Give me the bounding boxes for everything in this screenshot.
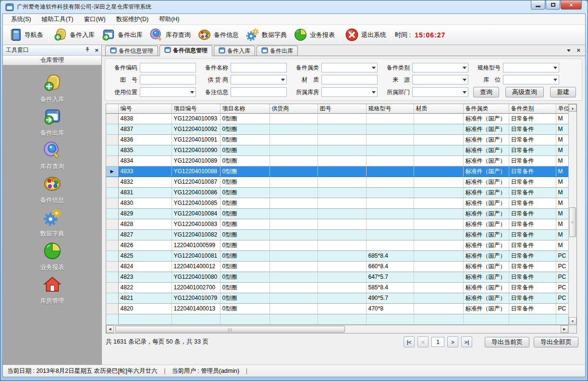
table-row[interactable]: 4832YG122040100870型圈标准件（国产）日常备件M: [106, 177, 568, 187]
tab-close-icon[interactable]: ×: [576, 48, 580, 53]
table-row[interactable]: 4829YG122040100840型圈标准件（国产）日常备件M: [106, 208, 568, 219]
scroll-left-icon[interactable]: ◀: [106, 325, 114, 333]
table-row[interactable]: 4827YG122040100820型圈标准件（国产）日常备件M: [106, 229, 568, 240]
row-header[interactable]: [106, 293, 118, 303]
row-header[interactable]: [106, 187, 118, 198]
chevron-down-icon[interactable]: [551, 63, 559, 72]
grid-col-header[interactable]: 备件类别: [509, 104, 556, 113]
minimize-button[interactable]: [531, 0, 545, 10]
grid-col-header[interactable]: 材质: [414, 104, 463, 113]
form-input[interactable]: [140, 63, 196, 72]
last-page-button[interactable]: >|: [461, 336, 472, 347]
chevron-down-icon[interactable]: [188, 88, 196, 96]
row-header[interactable]: [106, 250, 118, 261]
table-row[interactable]: 482212204010027000型圈585*8.4标准件（国产）日常备件PC: [106, 282, 568, 293]
close-button[interactable]: ×: [561, 0, 582, 10]
grid-col-header[interactable]: 规格型号: [366, 104, 414, 113]
advanced-search-button[interactable]: 高级查询: [505, 87, 544, 97]
grid-col-header[interactable]: 单位: [556, 104, 568, 113]
chevron-down-icon[interactable]: [370, 88, 377, 96]
chevron-down-icon[interactable]: [279, 75, 286, 84]
form-combo[interactable]: [140, 87, 196, 97]
table-row[interactable]: 4821YG122040100790型圈490*5.7标准件（国产）日常备件PC: [106, 293, 568, 303]
new-button[interactable]: 新建: [550, 87, 576, 97]
menu-aux-tools[interactable]: 辅助工具(T): [37, 14, 79, 25]
form-combo[interactable]: [321, 63, 378, 72]
horizontal-scroll-thumb[interactable]: |||: [115, 326, 345, 333]
scroll-down-icon[interactable]: ▼: [569, 317, 576, 325]
toolbar-exit-system[interactable]: 退出系统: [342, 26, 390, 44]
first-page-button[interactable]: |<: [404, 336, 415, 347]
grid-col-header[interactable]: 项目编号: [172, 104, 220, 113]
row-header[interactable]: [106, 177, 118, 187]
grid-corner-header[interactable]: [106, 104, 118, 113]
tab-parts-info-mgmt-1[interactable]: 备件信息管理: [105, 46, 158, 56]
grid-col-header[interactable]: 图号: [318, 104, 366, 113]
row-header[interactable]: [106, 272, 118, 282]
grid-col-header[interactable]: 备件属类: [463, 104, 509, 113]
row-header[interactable]: [106, 303, 118, 314]
form-combo[interactable]: [503, 63, 559, 72]
sidebar-group-header[interactable]: 仓库管理: [3, 56, 101, 65]
form-combo[interactable]: [412, 63, 468, 72]
sidebar-item-business-report[interactable]: 业务报表: [40, 241, 64, 275]
row-header[interactable]: [106, 208, 118, 219]
toolbar-data-dictionary[interactable]: 数据字典: [242, 26, 290, 44]
search-button[interactable]: 查询: [473, 87, 499, 97]
menu-data-maintenance[interactable]: 数据维护(D): [111, 14, 154, 25]
toolbar-parts-info[interactable]: 备件信息: [194, 26, 242, 44]
chevron-down-icon[interactable]: [461, 75, 468, 84]
tab-parts-info-mgmt-2[interactable]: 备件信息管理: [159, 45, 212, 56]
row-header[interactable]: ▶: [106, 166, 118, 177]
table-row[interactable]: 4838YG122040100930型圈标准件（国产）日常备件M: [106, 113, 568, 124]
table-row[interactable]: 4836YG122040100910型圈标准件（国产）日常备件M: [106, 134, 568, 145]
table-row[interactable]: ▶4833YG122040100880型圈标准件（国产）日常备件M: [106, 166, 568, 177]
chevron-down-icon[interactable]: [551, 75, 559, 84]
toolbar-business-report[interactable]: 业务报表: [290, 26, 338, 44]
menu-window[interactable]: 窗口(W): [79, 14, 111, 25]
row-header[interactable]: [106, 198, 118, 208]
form-combo[interactable]: [321, 87, 378, 97]
row-header[interactable]: [106, 229, 118, 240]
row-header[interactable]: [106, 219, 118, 229]
form-input[interactable]: [231, 87, 287, 97]
row-header[interactable]: [106, 113, 118, 124]
table-row[interactable]: 4825YG122040100810型圈685*8.4标准件（国产）日常备件PC: [106, 250, 568, 261]
table-row[interactable]: 4831YG122040100860型圈标准件（国产）日常备件M: [106, 187, 568, 198]
sidebar-item-parts-outbound[interactable]: 备件出库: [40, 107, 64, 141]
row-header[interactable]: [106, 145, 118, 155]
row-header[interactable]: [106, 282, 118, 293]
maximize-button[interactable]: [546, 0, 560, 10]
table-row[interactable]: 482612204010005990型圈标准件（国产）日常备件M: [106, 240, 568, 250]
row-header[interactable]: [106, 240, 118, 250]
sidebar-item-parts-inbound[interactable]: 备件入库: [40, 73, 64, 107]
vertical-scrollbar[interactable]: ▲ ≡ ▼: [568, 104, 576, 325]
form-combo[interactable]: [412, 75, 468, 84]
scroll-up-icon[interactable]: ▲: [569, 104, 576, 112]
page-number-input[interactable]: [431, 337, 444, 347]
form-combo[interactable]: [503, 75, 559, 84]
table-row[interactable]: 4835YG122040100900型圈标准件（国产）日常备件M: [106, 145, 568, 155]
form-combo[interactable]: [231, 75, 287, 84]
menu-help[interactable]: 帮助(H): [154, 14, 184, 25]
tab-parts-outbound[interactable]: 备件出库: [257, 46, 298, 56]
export-all-pages-button[interactable]: 导出全部页: [534, 337, 578, 347]
panel-close-icon[interactable]: ×: [95, 48, 98, 53]
toolbar-parts-outbound[interactable]: 备件出库: [98, 26, 146, 44]
scroll-right-icon[interactable]: ▶: [561, 325, 568, 333]
vertical-scroll-thumb[interactable]: ≡: [569, 207, 576, 237]
grid-col-header[interactable]: 编号: [118, 104, 172, 113]
row-header[interactable]: [106, 155, 118, 166]
tab-list-dropdown-icon[interactable]: [567, 49, 571, 52]
table-row[interactable]: 4823YG122040100800型圈647*5.7标准件（国产）日常备件PC: [106, 272, 568, 282]
sidebar-item-parts-info[interactable]: 备件信息: [40, 174, 64, 208]
row-header[interactable]: [106, 134, 118, 145]
row-header[interactable]: [106, 124, 118, 134]
grid-col-header[interactable]: 项目名称: [220, 104, 270, 113]
chevron-down-icon[interactable]: [370, 63, 377, 72]
table-row[interactable]: 482412204014000120型圈660*8.4标准件（国产）日常备件PC: [106, 261, 568, 272]
table-row[interactable]: 4828YG122040100830型圈标准件（国产）日常备件M: [106, 219, 568, 229]
toolbar-navigator[interactable]: 导航条: [5, 26, 47, 44]
table-row[interactable]: 482012204014000130型圈470*8标准件（国产）日常备件PC: [106, 303, 568, 314]
form-input[interactable]: [321, 75, 378, 84]
